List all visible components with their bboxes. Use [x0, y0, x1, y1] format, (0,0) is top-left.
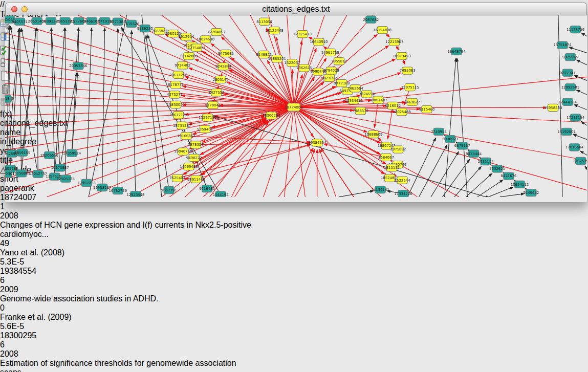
graph-node[interactable]: 2935114: [478, 158, 494, 165]
node-label: 9242844: [215, 64, 231, 69]
graph-node[interactable]: 9245652: [523, 189, 539, 196]
node-label: 12754851: [188, 46, 206, 50]
table-cell[interactable]: Franke et al. (2009): [0, 313, 73, 322]
table-cell[interactable]: 49: [0, 239, 36, 248]
graph-node[interactable]: 6879197: [454, 142, 470, 149]
graph-node[interactable]: 19384554: [308, 139, 326, 146]
graph-node[interactable]: 7485063: [400, 67, 416, 74]
graph-node[interactable]: 1544192: [213, 191, 229, 197]
graph-node[interactable]: 12975115: [401, 84, 419, 91]
minimize-window-button[interactable]: [21, 6, 28, 12]
graph-node[interactable]: 16640910: [310, 38, 328, 46]
graph-node[interactable]: 9474444: [466, 150, 482, 157]
graph-node[interactable]: 17213154: [567, 114, 585, 121]
node-label: 9329965: [562, 55, 578, 59]
graph-node[interactable]: 12204057: [207, 28, 225, 35]
node-label: 12204057: [207, 30, 225, 34]
graph-node[interactable]: 1684067: [378, 154, 394, 161]
table-cell[interactable]: 6: [0, 276, 45, 285]
graph-node[interactable]: 2087682: [363, 16, 379, 23]
graph-node[interactable]: 7740954: [431, 128, 447, 135]
graph-node[interactable]: 10807487: [369, 96, 387, 103]
node-label: 6216012: [385, 104, 401, 108]
zoom-window-button[interactable]: [32, 6, 38, 12]
graph-node[interactable]: 16648784: [447, 48, 466, 55]
graph-node[interactable]: 5878353: [188, 141, 204, 148]
graph-node[interactable]: 15958283: [544, 104, 562, 111]
graph-node[interactable]: 9170041: [205, 101, 221, 108]
graph-node[interactable]: 9777169: [334, 79, 350, 86]
graph-node[interactable]: 1322037: [284, 59, 300, 67]
graph-node[interactable]: 17016504: [565, 144, 584, 151]
node-label: 1684067: [378, 156, 394, 160]
graph-node[interactable]: 14136141: [372, 186, 389, 193]
window-titlebar[interactable]: citations_edges.txt: [5, 3, 587, 15]
node-label: 12975115: [401, 85, 419, 90]
node-label: 12505135: [57, 177, 75, 181]
table-cell[interactable]: 18300295: [0, 331, 40, 340]
graph-node[interactable]: 14099483: [180, 163, 198, 170]
close-window-button[interactable]: [11, 6, 17, 12]
table-cell[interactable]: Changes of HCN gene expression and I(f) …: [0, 221, 260, 239]
graph-node[interactable]: 11123756: [567, 26, 584, 33]
table-cell[interactable]: Genome-wide association studies in ADHD.: [0, 294, 260, 303]
graph-node[interactable]: 10975887: [51, 164, 69, 171]
graph-node[interactable]: 16154838: [374, 26, 391, 33]
graph-node[interactable]: 8178771: [168, 81, 184, 88]
node-label: 17016504: [565, 145, 584, 149]
graph-node[interactable]: 16782759: [109, 187, 127, 194]
graph-node[interactable]: 12923448: [126, 191, 144, 197]
node-label: 7986372: [353, 109, 368, 113]
node-label: 4275271: [167, 93, 183, 97]
graph-node[interactable]: 8471676: [501, 172, 517, 180]
table-cell[interactable]: 2008: [0, 349, 34, 359]
graph-node[interactable]: 9329965: [562, 53, 578, 60]
graph-node[interactable]: 12213967: [385, 38, 403, 46]
table-cell[interactable]: 1: [0, 202, 45, 211]
graph-node[interactable]: 9227341: [560, 69, 576, 76]
graph-node[interactable]: 3824554: [359, 91, 375, 98]
table-cell[interactable]: Estimation of significance thresholds fo…: [0, 359, 260, 372]
table-row[interactable]: 1872400712008Changes of HCN gene express…: [0, 193, 588, 267]
node-label: 3824554: [359, 92, 375, 96]
table-cell[interactable]: 5.6E-5: [0, 322, 44, 331]
table-cell[interactable]: Yano et al. (2008): [0, 248, 73, 257]
table-cell[interactable]: 0: [0, 303, 36, 313]
splitter-grip-icon[interactable]: //: [0, 0, 5, 9]
node-label: 1911849: [5, 97, 14, 101]
window-title: citations_edges.txt: [262, 5, 330, 14]
graph-node[interactable]: 7955812: [331, 58, 347, 65]
graph-node[interactable]: 20671250: [169, 71, 187, 78]
graph-node[interactable]: 9734402: [175, 62, 190, 69]
node-label: 18724007: [285, 105, 302, 110]
node-label: 20053346: [69, 64, 87, 68]
node-label: 20671250: [169, 73, 187, 77]
table-cell[interactable]: 5.3E-5: [0, 257, 44, 267]
network-graph-svg[interactable]: 2010558940557120691406183912751065328715…: [5, 15, 587, 197]
node-label: 18911443: [187, 178, 205, 182]
graph-node[interactable]: 7625402: [169, 174, 185, 182]
table-row[interactable]: 1830029562008Estimation of significance …: [0, 331, 588, 372]
node-label: 15830022: [167, 103, 185, 107]
graph-node[interactable]: 9716485: [199, 185, 215, 192]
node-label: 10688609: [364, 133, 382, 137]
node-label: 14136141: [372, 188, 389, 192]
table-cell[interactable]: 2008: [0, 211, 34, 221]
table-cell[interactable]: 19384554: [0, 267, 40, 276]
graph-node[interactable]: 15751874: [553, 41, 572, 49]
node-label: 12325413: [294, 32, 312, 36]
graph-node[interactable]: 19166852: [177, 132, 195, 139]
table-cell[interactable]: 6: [0, 340, 45, 349]
node-label: 16640910: [310, 40, 328, 44]
graph-node[interactable]: 10973493: [393, 52, 410, 59]
graph-node[interactable]: 12325413: [294, 31, 312, 38]
graph-node[interactable]: 12142009: [180, 52, 198, 59]
table-cell[interactable]: 2009: [0, 285, 34, 294]
table-row[interactable]: 1938455462009Genome-wide association stu…: [0, 267, 588, 331]
graph-node[interactable]: 9115460: [419, 105, 435, 113]
graph-node[interactable]: 9463627: [404, 98, 420, 105]
graph-node[interactable]: 18724007: [285, 103, 302, 111]
graph-node[interactable]: 18024590: [197, 36, 214, 43]
network-canvas[interactable]: 2010558940557120691406183912751065328715…: [5, 15, 587, 199]
graph-node[interactable]: 8113054: [256, 18, 272, 25]
